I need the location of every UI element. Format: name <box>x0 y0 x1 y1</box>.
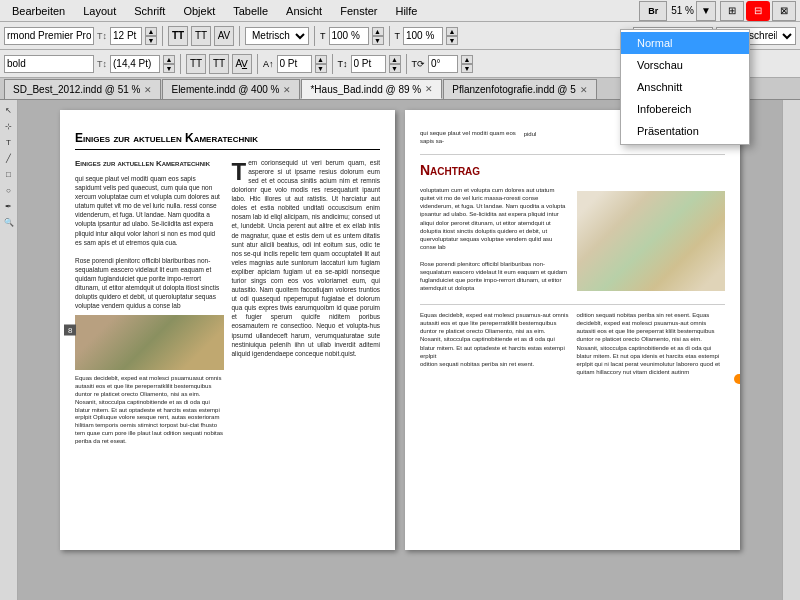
angle-input[interactable] <box>428 55 458 73</box>
left-body3: Equas decideblt, exped eat molesci psuam… <box>75 375 224 445</box>
scale-icon: T <box>320 31 326 41</box>
text-format-tt1[interactable]: TT <box>168 26 188 46</box>
scale2-down[interactable]: ▼ <box>446 36 458 45</box>
metrics-select[interactable]: Metrisch Optisch <box>245 27 309 45</box>
tool-line[interactable]: ╱ <box>1 150 17 166</box>
left-image <box>75 315 224 370</box>
text-format-tt4[interactable]: TT <box>209 54 229 74</box>
right-sidebar <box>782 100 800 600</box>
left-tools: ↖ ⊹ T ╱ □ ○ ✒ 🔍 <box>0 100 18 600</box>
separator-6 <box>257 54 258 74</box>
menubar-objekt[interactable]: Objekt <box>175 3 223 19</box>
menubar-fenster[interactable]: Fenster <box>332 3 385 19</box>
pages-container: Einiges zur aktuellen Kameratechnik Eini… <box>18 100 782 600</box>
font-family-input[interactable] <box>4 27 94 45</box>
font-size2-input[interactable] <box>110 55 160 73</box>
text-format-av2[interactable]: AV̲ <box>232 54 252 74</box>
nachtrag-body2: Rose porendi plenitorc officibl blaribur… <box>420 260 569 292</box>
scale-spinners: ▲ ▼ <box>372 27 384 45</box>
text-format-tt3[interactable]: TT <box>186 54 206 74</box>
separator-3 <box>314 26 315 46</box>
font-size-up[interactable]: ▲ <box>145 27 157 36</box>
right-nachtrag-section: Nachtrag voluptatum cum et volupta cum d… <box>420 154 725 376</box>
right-bottom-body2: odition sequati nobitas periba sin ret e… <box>420 360 569 368</box>
page-number: 8 <box>68 326 72 335</box>
nachtrag-title: Nachtrag <box>420 161 725 181</box>
font-size-down[interactable]: ▼ <box>145 36 157 45</box>
tool-arrow[interactable]: ↖ <box>1 102 17 118</box>
zoom-value: 51 % <box>671 5 694 16</box>
tab-haus-bad-close[interactable]: ✕ <box>425 84 433 94</box>
angle-down[interactable]: ▼ <box>461 64 473 73</box>
tab-sd-best[interactable]: SD_Best_2012.indd @ 51 % ✕ <box>4 79 161 99</box>
dropcap-body: em corionsequid ut veri berum quam, esit… <box>232 159 381 357</box>
right-nachtrag-cols: voluptatum cum et volupta cum dolores au… <box>420 186 725 296</box>
tool-select[interactable]: ⊹ <box>1 118 17 134</box>
dropdown-item-normal[interactable]: Normal <box>621 32 749 54</box>
font-style-icon: T↕ <box>97 59 107 69</box>
zoom-stepper[interactable]: ▼ <box>696 1 716 21</box>
layout-icon-2[interactable]: ⊟ <box>746 1 770 21</box>
tracking-up[interactable]: ▲ <box>315 55 327 64</box>
flower-image <box>577 191 726 291</box>
baseline-down[interactable]: ▼ <box>389 64 401 73</box>
tab-sd-best-close[interactable]: ✕ <box>144 85 152 95</box>
tool-text[interactable]: T <box>1 134 17 150</box>
tab-elemente-close[interactable]: ✕ <box>283 85 291 95</box>
text-format-av[interactable]: AV <box>214 26 234 46</box>
tab-sd-best-label: SD_Best_2012.indd @ 51 % <box>13 84 140 95</box>
main-area: ↖ ⊹ T ╱ □ ○ ✒ 🔍 Einiges zur aktuellen Ka… <box>0 100 800 600</box>
tab-haus-bad[interactable]: *Haus_Bad.indd @ 89 % ✕ <box>301 79 442 99</box>
right-bottom-body1: Equas decideblt, exped eat molesci psuam… <box>420 311 569 360</box>
angle-spinners: ▲ ▼ <box>461 55 473 73</box>
tracking-down[interactable]: ▼ <box>315 64 327 73</box>
right-page-content: qui seque plaut vel moditi quam eos sapi… <box>405 110 740 396</box>
menubar: Bearbeiten Layout Schrift Objekt Tabelle… <box>0 0 800 22</box>
layout-icon-1[interactable]: ⊞ <box>720 1 744 21</box>
separator-8 <box>406 54 407 74</box>
right-bottom-col1: Equas decideblt, exped eat molesci psuam… <box>420 311 569 376</box>
scale2-input[interactable] <box>403 27 443 45</box>
right-nachtrag-col1: voluptatum cum et volupta cum dolores au… <box>420 186 569 296</box>
right-bottom-col2-text: odition sequati nobitas periba sin ret e… <box>577 311 726 376</box>
baseline-up[interactable]: ▲ <box>389 55 401 64</box>
font-size-input[interactable] <box>110 27 142 45</box>
tab-pflanzen[interactable]: Pflanzenfotografie.indd @ 5 ✕ <box>443 79 597 99</box>
scale2-spinners: ▲ ▼ <box>446 27 458 45</box>
menubar-layout[interactable]: Layout <box>75 3 124 19</box>
text-format-tt2[interactable]: TT <box>191 26 211 46</box>
view-mode-dropdown: Normal Vorschau Anschnitt Infobereich Pr… <box>620 29 750 145</box>
menubar-ansicht[interactable]: Ansicht <box>278 3 330 19</box>
bridge-button[interactable]: Br <box>639 1 667 21</box>
tool-ellipse[interactable]: ○ <box>1 182 17 198</box>
scale-down[interactable]: ▼ <box>372 36 384 45</box>
scale-up[interactable]: ▲ <box>372 27 384 36</box>
angle-up[interactable]: ▲ <box>461 55 473 64</box>
baseline-icon: T↕ <box>338 59 348 69</box>
dropdown-item-praesentation[interactable]: Präsentation <box>621 120 749 142</box>
tool-rect[interactable]: □ <box>1 166 17 182</box>
scale2-up[interactable]: ▲ <box>446 27 458 36</box>
separator-1 <box>162 26 163 46</box>
dropdown-item-vorschau[interactable]: Vorschau <box>621 54 749 76</box>
font-size2-down[interactable]: ▼ <box>163 64 175 73</box>
dropdown-item-anschnitt[interactable]: Anschnitt <box>621 76 749 98</box>
tab-elemente[interactable]: Elemente.indd @ 400 % ✕ <box>162 79 300 99</box>
layout-icon-3[interactable]: ⊠ <box>772 1 796 21</box>
tracking-spinners: ▲ ▼ <box>315 55 327 73</box>
tab-pflanzen-close[interactable]: ✕ <box>580 85 588 95</box>
font-style-input[interactable] <box>4 55 94 73</box>
font-size2-up[interactable]: ▲ <box>163 55 175 64</box>
tab-haus-bad-label: *Haus_Bad.indd @ 89 % <box>310 84 421 95</box>
menubar-tabelle[interactable]: Tabelle <box>225 3 276 19</box>
nachtrag-body1: voluptatum cum et volupta cum dolores au… <box>420 186 569 251</box>
scale-input[interactable] <box>329 27 369 45</box>
menubar-bearbeiten[interactable]: Bearbeiten <box>4 3 73 19</box>
tool-pen[interactable]: ✒ <box>1 198 17 214</box>
tool-zoom[interactable]: 🔍 <box>1 214 17 230</box>
tracking-input[interactable] <box>277 55 312 73</box>
menubar-schrift[interactable]: Schrift <box>126 3 173 19</box>
menubar-hilfe[interactable]: Hilfe <box>387 3 425 19</box>
dropdown-item-infobereich[interactable]: Infobereich <box>621 98 749 120</box>
baseline-input[interactable] <box>351 55 386 73</box>
